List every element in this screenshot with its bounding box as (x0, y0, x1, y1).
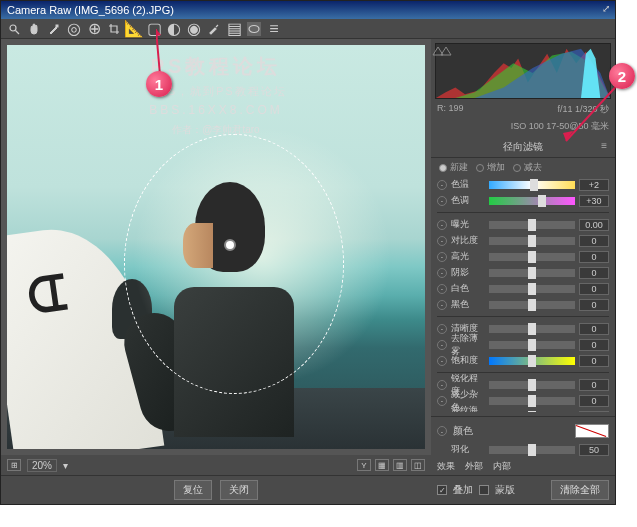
overlay-check-label: 叠加 (453, 483, 473, 497)
straighten-tool[interactable]: 📐 (127, 22, 141, 36)
slider-value[interactable]: 0 (579, 283, 609, 295)
slider-track[interactable] (489, 341, 575, 349)
slider-label: 高光 (451, 250, 485, 263)
slider-reset-icon[interactable]: - (437, 396, 447, 406)
mode-sub[interactable]: 减去 (513, 161, 542, 174)
wb-tool[interactable] (47, 22, 61, 36)
slider-value[interactable]: 0 (579, 235, 609, 247)
slider-track[interactable] (489, 221, 575, 229)
slider-reset-icon[interactable]: - (437, 196, 447, 206)
grid-icon[interactable]: ⊞ (7, 459, 21, 471)
radial-filter-ellipse[interactable] (124, 134, 344, 394)
adjust-brush-tool[interactable] (207, 22, 221, 36)
prefs-tool[interactable]: ≡ (267, 22, 281, 36)
canvas-footer: ⊞ 20% ▾ Y ▦ ▥ ◫ (1, 455, 431, 475)
window-titlebar: Camera Raw (IMG_5696 (2).JPG) (1, 1, 615, 19)
zoom-tool[interactable] (7, 22, 21, 36)
redeye-tool[interactable]: ◉ (187, 22, 201, 36)
hand-tool[interactable] (27, 22, 41, 36)
slider-value[interactable]: 0 (579, 379, 609, 391)
mask-check-label: 蒙版 (495, 483, 515, 497)
slider-value[interactable]: 0 (579, 251, 609, 263)
slider-reset-icon[interactable]: - (437, 356, 447, 366)
slider-track[interactable] (489, 197, 575, 205)
slider-track[interactable] (489, 397, 575, 405)
slider-track[interactable] (489, 269, 575, 277)
slider-reset-icon[interactable]: - (437, 300, 447, 310)
crop-tool[interactable] (107, 22, 121, 36)
svg-rect-2 (56, 25, 58, 27)
radial-filter-tool[interactable] (247, 22, 261, 36)
svg-marker-5 (156, 29, 161, 37)
slider-label: 对比度 (451, 234, 485, 247)
color-reset-icon[interactable]: - (437, 426, 447, 436)
view2-icon[interactable]: ▥ (393, 459, 407, 471)
slider-label: 波纹海雾 (451, 404, 485, 413)
slider-track[interactable] (489, 285, 575, 293)
overlay-checkbox[interactable]: ✓ (437, 485, 447, 495)
slider-value[interactable]: 0 (579, 299, 609, 311)
zoom-dropdown-icon[interactable]: ▾ (63, 460, 68, 471)
svg-line-1 (16, 30, 20, 34)
slider-reset-icon[interactable]: - (437, 284, 447, 294)
grad-filter-tool[interactable]: ▤ (227, 22, 241, 36)
image-canvas[interactable]: ᗭ PS教程论坛 学PS，就到PS教程论坛 BBS.16XX8.COM 作者：@… (1, 39, 431, 455)
slider-label: 黑色 (451, 298, 485, 311)
mode-new[interactable]: 新建 (439, 161, 468, 174)
slider-reset-icon[interactable]: - (437, 268, 447, 278)
feather-label: 羽化 (451, 443, 485, 456)
slider-reset-icon[interactable]: - (437, 236, 447, 246)
slider-reset-icon[interactable]: - (437, 220, 447, 230)
slider-reset-icon[interactable]: - (437, 380, 447, 390)
zoom-level[interactable]: 20% (27, 459, 57, 472)
effect-outside[interactable]: 外部 (465, 460, 483, 473)
mask-checkbox[interactable] (479, 485, 489, 495)
slider-value[interactable]: +30 (579, 195, 609, 207)
slider-value[interactable]: 0 (579, 323, 609, 335)
color-swatch[interactable] (575, 424, 609, 438)
slider-reset-icon[interactable]: - (437, 180, 447, 190)
feather-slider[interactable] (489, 446, 575, 454)
slider-track[interactable] (489, 301, 575, 309)
slider-reset-icon[interactable]: - (437, 412, 447, 413)
annotation-badge-1: 1 (146, 71, 172, 97)
slider-track[interactable] (489, 253, 575, 261)
compare-icon[interactable]: Y (357, 459, 371, 471)
feather-row: 羽化 50 (431, 441, 615, 458)
svg-line-6 (566, 81, 621, 141)
mode-row: 新建 增加 减去 (431, 158, 615, 177)
target-tool[interactable]: ⊕ (87, 22, 101, 36)
slider-value[interactable]: +2 (579, 179, 609, 191)
slider-track[interactable] (489, 325, 575, 333)
slider-value[interactable]: 0.00 (579, 219, 609, 231)
slider-reset-icon[interactable]: - (437, 340, 447, 350)
effect-inside[interactable]: 内部 (493, 460, 511, 473)
slider-label: 阴影 (451, 266, 485, 279)
slider-track[interactable] (489, 381, 575, 389)
slider-曝光: -曝光0.00 (437, 217, 609, 232)
slider-value[interactable]: 0 (579, 355, 609, 367)
reset-button[interactable]: 复位 (174, 480, 212, 500)
slider-reset-icon[interactable]: - (437, 324, 447, 334)
clear-all-button[interactable]: 清除全部 (551, 480, 609, 500)
svg-point-3 (249, 25, 259, 32)
mode-add[interactable]: 增加 (476, 161, 505, 174)
slider-value[interactable]: 0 (579, 411, 609, 413)
slider-value[interactable]: 0 (579, 339, 609, 351)
slider-track[interactable] (489, 237, 575, 245)
done-button[interactable]: 关闭 (220, 480, 258, 500)
bottom-row: ✓ 叠加 蒙版 清除全部 (431, 475, 615, 504)
feather-value[interactable]: 50 (579, 444, 609, 456)
color-label: 颜色 (453, 424, 473, 438)
slider-波纹海雾: -波纹海雾0 (437, 409, 609, 412)
slider-track[interactable] (489, 357, 575, 365)
color-sampler-tool[interactable]: ◎ (67, 22, 81, 36)
slider-label: 色调 (451, 194, 485, 207)
slider-value[interactable]: 0 (579, 267, 609, 279)
view3-icon[interactable]: ◫ (411, 459, 425, 471)
slider-value[interactable]: 0 (579, 395, 609, 407)
view-icon[interactable]: ▦ (375, 459, 389, 471)
slider-reset-icon[interactable]: - (437, 252, 447, 262)
slider-track[interactable] (489, 181, 575, 189)
slider-饱和度: -饱和度0 (437, 353, 609, 368)
